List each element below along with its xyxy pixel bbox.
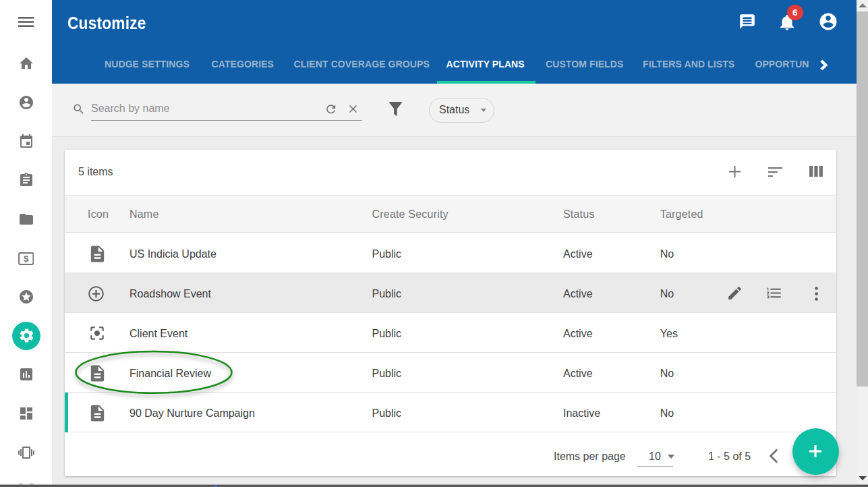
svg-text:$: $	[24, 254, 29, 264]
